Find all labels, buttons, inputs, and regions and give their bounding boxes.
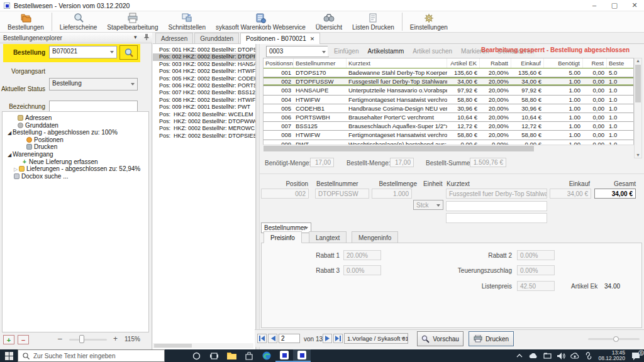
tree-item-wareneingang[interactable]: ◢Wareneingang: [3, 151, 148, 158]
col-positionsnummer[interactable]: Positionsnumr: [264, 58, 294, 68]
position-list-item[interactable]: Pos: 009 HKZ: 0001 BestellNr: PWT: [153, 104, 255, 111]
stapelbearbeitung-button[interactable]: Stapelbearbeitung: [102, 11, 163, 32]
lieferscheine-button[interactable]: Lieferscheine: [55, 11, 102, 32]
grid-vscrollbar[interactable]: ▲ ▼: [634, 58, 642, 158]
drucken-button[interactable]: Drucken: [469, 331, 514, 346]
detail-slider-thumb[interactable]: [613, 336, 619, 342]
cloud-upload-icon[interactable]: [568, 349, 582, 362]
tab-preisinfo[interactable]: Preisinfo: [264, 231, 302, 243]
next-page-button[interactable]: [323, 334, 332, 343]
position-list-item[interactable]: Pos: 008 HKZ: 0002 BestellNr: HTWIFW: [153, 97, 255, 104]
tree-item-adressen[interactable]: Adressen: [3, 114, 148, 122]
artikel-suchen-link[interactable]: Artikel suchen: [413, 48, 452, 55]
edge-button[interactable]: [258, 349, 275, 362]
col-bestellt[interactable]: Beste: [607, 58, 633, 68]
position-list-item[interactable]: Pos: 001 HKZ: 0002 BestellNr: DTOPS170: [153, 47, 255, 53]
bestellmenge-field[interactable]: 1.000: [372, 189, 412, 199]
position-list-item[interactable]: Pos: HKZ: 0002 BestellNr: DTOPWWCTN: [153, 118, 255, 125]
positions-list-hscrollbar[interactable]: [153, 343, 253, 348]
listenpreis-field[interactable]: 42.50: [517, 281, 555, 291]
teuerungszuschlag-field[interactable]: 0.00%: [517, 265, 555, 275]
position-list-item[interactable]: Pos: 004 HKZ: 0002 BestellNr: HTWIFW: [153, 68, 255, 75]
tree-item-lieferungen[interactable]: ▷Lieferungen - abgeschlossen zu: 52,94%: [3, 165, 148, 173]
volume-icon[interactable]: [554, 349, 568, 362]
grid-row[interactable]: 003HANSAUPEUnterputzteile Hansavario o.V…: [264, 86, 633, 95]
col-kurztext[interactable]: Kurztext: [347, 58, 447, 68]
app-window-2-button[interactable]: [293, 349, 311, 362]
position-list-item[interactable]: Pos: HKZ: 0002 BestellNr: MEROWC: [153, 125, 255, 132]
grid-row[interactable]: 004HTWIFWFertigmontageset Hansatwist ver…: [264, 96, 633, 104]
tree-collapse-all-button[interactable]: –: [18, 335, 29, 344]
maximize-button[interactable]: ▢: [610, 1, 619, 10]
current-page-input[interactable]: [279, 334, 300, 343]
scroll-up-icon[interactable]: ▲: [635, 58, 641, 63]
tab-mengeninfo[interactable]: Mengeninfo: [352, 231, 398, 243]
position-list-item[interactable]: Pos: 003 HKZ: 0002 BestellNr: HANSAUPE: [153, 61, 255, 68]
cloud-icon[interactable]: [526, 349, 540, 362]
store-button[interactable]: [240, 349, 258, 362]
bestellung-search-button[interactable]: [119, 45, 138, 60]
zoom-in-button[interactable]: +: [113, 334, 118, 343]
cortana-button[interactable]: [187, 349, 205, 362]
grid-row[interactable]: 008HTWIFWFertigmontageset Hansatwist ver…: [264, 131, 633, 140]
position-list-item[interactable]: Pos: 005 HKZ: 0002 BestellNr: CODEHB1: [153, 75, 255, 82]
col-einkauf[interactable]: Einkauf: [511, 58, 544, 68]
einstellungen-button[interactable]: Einstellungen: [405, 11, 453, 32]
position-field[interactable]: 002: [261, 189, 309, 199]
gesamt-field[interactable]: 34,00 €: [594, 189, 636, 199]
bestellung-combobox[interactable]: B070021: [49, 46, 117, 58]
rabatt3-field[interactable]: 0.00%: [343, 265, 381, 275]
bestellnummer-field[interactable]: DTOPFUSSW: [315, 189, 369, 199]
tree-item-positionen[interactable]: Positionen: [3, 136, 148, 144]
first-page-button[interactable]: [257, 334, 267, 343]
pin-icon[interactable]: [143, 33, 150, 42]
scroll-down-icon[interactable]: ▼: [636, 153, 640, 157]
schnittstellen-button[interactable]: Schnittstellen: [164, 11, 211, 32]
tree-item-bestellung[interactable]: ◢Bestellung - abgeschlossen zu: 100%: [3, 129, 148, 136]
rabatt2-field[interactable]: 0.00%: [517, 250, 555, 260]
taskbar-clock[interactable]: 13:45 08.12.2020: [596, 350, 628, 361]
tree-item-docbox[interactable]: Docbox suche ...: [3, 173, 148, 180]
tree-item-neue-lieferung[interactable]: +Neue Lieferung erfassen: [3, 158, 148, 166]
position-list-item[interactable]: Pos: HKZ: 0002 BestellNr: WCELEM: [153, 111, 255, 118]
zoom-out-button[interactable]: –: [58, 334, 62, 343]
notifications-button[interactable]: 6: [628, 349, 644, 362]
tree-item-grunddaten[interactable]: Grunddaten: [3, 122, 148, 129]
position-list-item[interactable]: Pos: 006 HKZ: 0002 BestellNr: PORTSWBH: [153, 82, 255, 89]
close-button[interactable]: ✕: [630, 1, 639, 10]
uebersicht-button[interactable]: Übersicht: [311, 11, 347, 32]
einheit-combobox[interactable]: Stck: [413, 200, 443, 210]
zoom-slider-thumb[interactable]: [79, 335, 84, 343]
einfuegen-link[interactable]: Einfügen: [334, 48, 358, 55]
tab-adressen[interactable]: Adressen: [155, 33, 193, 43]
onedrive-icon[interactable]: [540, 349, 554, 362]
task-view-button[interactable]: [205, 349, 223, 362]
vorgangsart-combobox[interactable]: Bestellung: [49, 78, 138, 90]
zoom-slider-track[interactable]: [69, 339, 107, 341]
file-explorer-button[interactable]: [223, 349, 240, 362]
grid-hscrollbar[interactable]: [263, 145, 634, 152]
prev-page-button[interactable]: [268, 334, 277, 343]
rabatt1-field[interactable]: 20.00%: [343, 250, 381, 260]
grid-row[interactable]: 007BSS125Brauseschlauch Aquaflex-Super 1…: [264, 122, 633, 131]
webservice-button[interactable]: sykasoft Warenkorb Webservice: [211, 11, 311, 32]
vorschau-button[interactable]: Vorschau: [417, 331, 464, 346]
link-icon[interactable]: [582, 349, 596, 362]
minimize-button[interactable]: –: [590, 1, 599, 10]
taskbar-search[interactable]: Zur Suche Text hier eingeben: [18, 349, 165, 362]
tab-langtext[interactable]: Langtext: [309, 231, 347, 243]
col-rest[interactable]: Rest: [583, 58, 607, 68]
chevron-up-icon[interactable]: [513, 349, 526, 362]
vscroll-thumb[interactable]: [635, 65, 641, 102]
col-bestellnummer[interactable]: Bestellnummer: [294, 58, 347, 68]
tab-grunddaten[interactable]: Grunddaten: [194, 33, 239, 43]
grid-row-selected[interactable]: 002DTOPFUSSWFussgestell fuer Derby-Top S…: [264, 77, 633, 86]
print-template-combobox[interactable]: 1.Vorlage / Sykasoft 01: [344, 333, 408, 344]
artikelstamm-link[interactable]: Artikelstamm: [367, 48, 404, 55]
grid-row[interactable]: 001DTOPS170Badewanne Stahl Derby-Top Koe…: [264, 69, 633, 77]
start-button[interactable]: [0, 349, 18, 362]
position-selector-combobox[interactable]: 0003: [266, 46, 329, 57]
position-list-item-selected[interactable]: Pos: 002 HKZ: 0002 BestellNr: DTOPFUSSW: [153, 53, 255, 60]
position-list-item[interactable]: Pos: 007 HKZ: 0002 BestellNr: BSS125: [153, 89, 255, 96]
tab-close-icon[interactable]: ✕: [310, 36, 315, 42]
